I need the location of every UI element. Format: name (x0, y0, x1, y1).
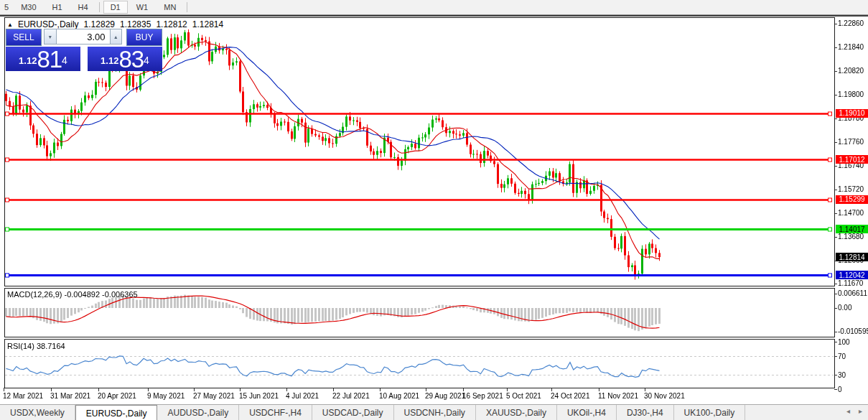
collapse-chart-icon[interactable]: ▲ (7, 22, 13, 28)
tab-scroll-right-icon[interactable]: ▸ (859, 407, 862, 415)
sell-price-pip: 4 (62, 47, 67, 74)
macd-label: MACD(12,26,9) -0.004892 -0.006365 (7, 290, 138, 299)
date-axis-label: 31 Mar 2021 (50, 392, 90, 400)
tab-scroll-left-icon[interactable]: ◂ (846, 407, 850, 415)
chart-tab-audusd-daily[interactable]: AUDUSD-,Daily (157, 405, 239, 420)
date-axis-label: 16 Sep 2021 (462, 392, 503, 400)
volume-increase-button[interactable]: ▴ (110, 29, 123, 45)
date-axis-label: 4 Jul 2021 (286, 392, 319, 400)
price-badge: 1.12042 (836, 271, 868, 279)
date-axis-label: 30 Nov 2021 (644, 392, 685, 400)
chart-tab-usdx-weekly[interactable]: USDX,Weekly (0, 405, 75, 420)
price-badge: 1.19010 (836, 109, 868, 118)
price-axis-label: 1.22860 (838, 19, 864, 27)
buy-button[interactable]: BUY (126, 29, 162, 46)
buy-price-prefix: 1.12 (101, 52, 118, 70)
price-badge: 1.14017 (836, 225, 868, 233)
sell-price-display[interactable]: 1.12814 (6, 47, 80, 71)
macd-axis-label: 0.006611 (838, 289, 867, 297)
chart-tab-usdchf-h4[interactable]: USDCHF-,H4 (239, 405, 312, 420)
volume-input[interactable] (57, 29, 110, 45)
price-badge: 1.15299 (836, 195, 868, 204)
date-axis-label: 15 Jun 2021 (239, 392, 279, 400)
date-axis-label: 27 May 2021 (193, 392, 235, 400)
chart-tab-usdcad-daily[interactable]: USDCAD-,Daily (312, 405, 394, 420)
date-axis-label: 12 Mar 2021 (3, 392, 43, 400)
volume-decrease-button[interactable]: ▾ (44, 29, 57, 45)
chart-title: ▲ EURUSD-,Daily 1.12829 1.12835 1.12812 … (7, 19, 228, 29)
chart-tab-xauusd-daily[interactable]: XAUUSD-,Daily (476, 405, 557, 420)
price-axis-label: 1.14700 (838, 209, 864, 217)
price-axis-label: 1.13680 (838, 233, 864, 241)
date-axis-label: 10 Aug 2021 (379, 392, 419, 400)
price-axis-label: 1.11670 (838, 279, 863, 287)
buy-price-pip: 4 (144, 47, 149, 74)
chart-tab-ukoil-h4[interactable]: UKOil-,H4 (557, 405, 617, 420)
rsi-axis-label: 0 (838, 386, 842, 393)
quote-close: 1.12814 (192, 19, 223, 29)
date-axis-label: 20 Apr 2021 (98, 392, 136, 400)
macd-axis-label: -0.010595 (838, 327, 868, 335)
date-axis-label: 9 May 2021 (147, 392, 185, 400)
quote-open: 1.12829 (84, 19, 115, 29)
buy-price-display[interactable]: 1.12834 (88, 47, 162, 71)
quote-low: 1.12812 (156, 19, 187, 29)
one-click-trading-panel: SELL ▾ ▴ BUY 1.12814 1.12834 (6, 29, 162, 70)
chart-tab-usdcnh-daily[interactable]: USDCNH-,Daily (394, 405, 476, 420)
spinner-up-icon: ▴ (114, 34, 117, 40)
macd-axis-label: 0.00 (838, 304, 851, 312)
price-badge: 1.12814 (836, 253, 868, 261)
sell-price-big: 81 (37, 49, 62, 70)
price-axis-label: 1.15720 (838, 185, 864, 193)
chart-symbol-label: EURUSD-,Daily (18, 19, 79, 29)
rsi-axis-label: 100 (838, 338, 850, 346)
chart-tab-uk100-daily[interactable]: UK100-,Daily (674, 405, 746, 420)
spinner-down-icon: ▾ (49, 34, 52, 40)
rsi-label: RSI(14) 38.7164 (7, 342, 65, 350)
price-axis-label: 1.19800 (838, 90, 864, 98)
date-axis-label: 22 Jul 2021 (332, 392, 370, 400)
date-axis-label: 11 Nov 2021 (598, 392, 638, 400)
sell-price-prefix: 1.12 (19, 52, 37, 70)
chart-tab-bar: USDX,WeeklyEURUSD-,DailyAUDUSD-,DailyUSD… (0, 404, 868, 420)
chart-tab-eurusd-daily[interactable]: EURUSD-,Daily (75, 405, 158, 420)
price-axis-label: 1.17760 (838, 138, 864, 146)
sell-button[interactable]: SELL (6, 29, 42, 46)
tab-scrollers: ◂ ▸ (846, 407, 862, 415)
price-axis-label: 1.21840 (838, 43, 864, 51)
price-axis-label: 1.20820 (838, 67, 864, 75)
price-badge: 1.17012 (836, 155, 868, 164)
quote-high: 1.12835 (120, 19, 151, 29)
date-axis-label: 5 Oct 2021 (506, 392, 541, 400)
date-axis-label: 24 Oct 2021 (551, 392, 589, 400)
buy-price-big: 83 (118, 49, 144, 70)
rsi-axis-label: 70 (838, 353, 846, 360)
date-axis-label: 29 Aug 2021 (425, 392, 465, 400)
mt4-window: 5 M30 H1 H4 D1 W1 MN ▲ EURUSD-,Daily 1.1… (0, 0, 868, 420)
chart-tab-dj30-h4[interactable]: DJ30-,H4 (617, 405, 674, 420)
rsi-axis-label: 30 (838, 371, 846, 379)
